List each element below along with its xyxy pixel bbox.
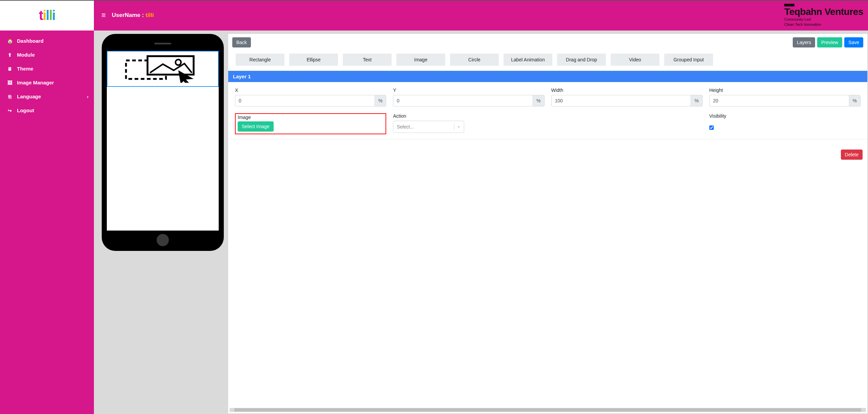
home-icon: 🏠: [6, 38, 14, 44]
device-preview: [101, 34, 225, 413]
logo-area: tilli: [0, 0, 94, 31]
height-label: Height: [709, 87, 861, 93]
shape-circle[interactable]: Circle: [450, 54, 499, 66]
width-input[interactable]: [551, 95, 691, 106]
height-unit: %: [849, 95, 861, 106]
brand-subtitle: Community-Led: [784, 17, 863, 22]
sidebar-nav: 🏠 Dashboard ⬆ Module 🖥 Theme 🖼 Image Man…: [0, 31, 94, 117]
panel-footer: Delete: [228, 139, 867, 163]
shape-drag-and-drop[interactable]: Drag and Drop: [557, 54, 606, 66]
sidebar-item-label: Theme: [17, 66, 33, 72]
brand-subtitle: Clean Tech Innovation: [784, 22, 863, 27]
chevron-right-icon: ›: [87, 94, 88, 99]
drag-drop-image-icon: [119, 55, 207, 83]
prop-x: X %: [232, 85, 390, 111]
language-icon: ⎘: [6, 94, 14, 99]
phone-screen[interactable]: [107, 51, 219, 231]
layer-properties: X % Y % Width: [228, 82, 867, 139]
prop-image: Image Select Image: [232, 111, 390, 139]
sidebar-item-dashboard[interactable]: 🏠 Dashboard: [0, 34, 94, 48]
menu-toggle-icon[interactable]: ≡: [101, 11, 106, 20]
action-placeholder: Select...: [397, 124, 414, 130]
image-label: Image: [238, 115, 383, 120]
width-unit: %: [691, 95, 702, 106]
layers-button[interactable]: Layers: [793, 37, 815, 47]
x-label: X: [235, 87, 386, 93]
horizontal-scrollbar[interactable]: [230, 408, 866, 412]
canvas-layer-1[interactable]: [107, 51, 219, 87]
phone-frame: [102, 34, 224, 251]
brand-name: Teqbahn Ventures: [784, 7, 863, 17]
scrollbar-thumb[interactable]: [234, 408, 861, 412]
prop-height: Height %: [706, 85, 864, 111]
chevron-down-icon: ▼: [457, 125, 460, 129]
logout-icon: ↪: [6, 108, 14, 113]
phone-home-button: [157, 234, 169, 246]
prop-action: Action Select... ▼: [390, 111, 548, 139]
save-button[interactable]: Save: [844, 37, 863, 47]
phone-speaker: [154, 43, 171, 44]
prop-spacer: [548, 111, 706, 139]
sidebar-item-theme[interactable]: 🖥 Theme: [0, 62, 94, 76]
upload-icon: ⬆: [6, 52, 14, 58]
layer-header[interactable]: Layer 1: [228, 71, 867, 82]
y-unit: %: [533, 95, 544, 106]
action-label: Action: [393, 113, 544, 119]
image-icon: 🖼: [6, 80, 14, 85]
shape-ellipse[interactable]: Ellipse: [289, 54, 338, 66]
width-label: Width: [551, 87, 703, 93]
sidebar-item-label: Module: [17, 52, 35, 58]
company-brand: Teqbahn Ventures Community-Led Clean Tec…: [784, 4, 863, 27]
select-image-button[interactable]: Select Image: [238, 121, 274, 132]
sidebar-item-label: Dashboard: [17, 38, 43, 44]
sidebar-item-image-manager[interactable]: 🖼 Image Manager: [0, 76, 94, 90]
sidebar-item-label: Image Manager: [17, 80, 54, 85]
delete-button[interactable]: Delete: [841, 150, 863, 160]
sidebar-item-label: Language: [17, 94, 41, 99]
shape-video[interactable]: Video: [611, 54, 659, 66]
sidebar-item-module[interactable]: ⬆ Module: [0, 48, 94, 62]
back-button[interactable]: Back: [232, 37, 251, 47]
preview-button[interactable]: Preview: [817, 37, 842, 47]
prop-width: Width %: [548, 85, 706, 111]
sidebar-item-logout[interactable]: ↪ Logout: [0, 103, 94, 117]
shape-palette: Rectangle Ellipse Text Image Circle Labe…: [228, 51, 867, 71]
shape-rectangle[interactable]: Rectangle: [236, 54, 284, 66]
x-unit: %: [375, 95, 386, 106]
monitor-icon: 🖥: [6, 66, 14, 72]
y-label: Y: [393, 87, 544, 93]
header: ≡ UserName : tilli Teqbahn Ventures Comm…: [94, 0, 868, 31]
x-input[interactable]: [235, 95, 375, 106]
shape-image[interactable]: Image: [396, 54, 445, 66]
action-select[interactable]: Select... ▼: [393, 121, 464, 133]
shape-grouped-input[interactable]: Grouped Input: [664, 54, 713, 66]
y-input[interactable]: [393, 95, 533, 106]
visibility-label: Visibility: [709, 113, 861, 119]
editor-panel: Back Layers Preview Save Rectangle Ellip…: [228, 34, 867, 413]
sidebar-item-language[interactable]: ⎘ Language ›: [0, 90, 94, 103]
prop-y: Y %: [390, 85, 548, 111]
panel-toolbar: Back Layers Preview Save: [228, 34, 867, 51]
sidebar: tilli 🏠 Dashboard ⬆ Module 🖥 Theme 🖼 Ima…: [0, 0, 94, 414]
prop-visibility: Visibility: [706, 111, 864, 139]
sidebar-item-label: Logout: [17, 107, 34, 113]
shape-label-animation[interactable]: Label Animation: [504, 54, 552, 66]
visibility-checkbox[interactable]: [709, 125, 714, 130]
height-input[interactable]: [709, 95, 849, 106]
shape-text[interactable]: Text: [343, 54, 392, 66]
username-display: UserName : tilli: [112, 12, 154, 19]
app-logo: tilli: [39, 8, 55, 23]
